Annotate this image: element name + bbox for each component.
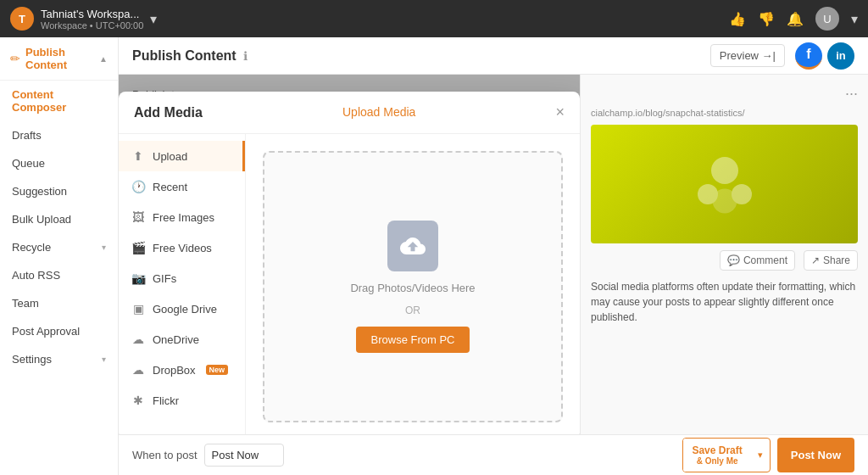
dialog-menu-recent[interactable]: 🕐 Recent [119, 171, 245, 202]
save-draft-group: Save Draft & Only Me ▾ [682, 438, 770, 472]
dialog-menu-gifs[interactable]: 📷 GIFs [119, 263, 245, 293]
dialog-menu-google-drive[interactable]: ▣ Google Drive [119, 293, 245, 324]
preview-url: cialchamp.io/blog/snapchat-statistics/ [591, 108, 858, 118]
sidebar-item-suggestion[interactable]: Suggestion [0, 177, 118, 205]
queue-label: Queue [12, 157, 45, 170]
preview-panel: ··· cialchamp.io/blog/snapchat-statistic… [580, 75, 868, 434]
preview-label: Preview →| [720, 49, 776, 62]
user-avatar[interactable]: U [815, 7, 839, 31]
free-videos-icon: 🎬 [131, 241, 146, 254]
topbar-left: T Tahniat's Workspa... Workspace • UTC+0… [10, 7, 157, 31]
dialog-body: ⬆ Upload 🕐 Recent 🖼 Free Images [119, 134, 580, 434]
content-composer-label: Content Composer [12, 88, 106, 114]
user-dropdown-icon[interactable]: ▾ [851, 11, 858, 27]
sidebar-item-content-composer[interactable]: Content Composer [0, 81, 118, 121]
dropbox-label: DropBox [153, 364, 196, 377]
post-time-select[interactable]: Post Now [204, 444, 284, 467]
page-body: Publish to Add Media Upload Media × [119, 75, 868, 434]
team-label: Team [12, 297, 39, 310]
dropbox-new-badge: New [206, 365, 229, 375]
comment-icon: 💬 [727, 254, 740, 266]
share-icon: ↗ [811, 254, 820, 266]
upload-menu-icon: ⬆ [131, 149, 146, 163]
dialog-overlay: Add Media Upload Media × ⬆ Upload [119, 75, 580, 434]
dialog-menu-upload[interactable]: ⬆ Upload [119, 141, 245, 171]
sidebar: ✏ Publish Content ▲ Content Composer Dra… [0, 37, 119, 475]
free-images-label: Free Images [153, 211, 214, 224]
upload-menu-label: Upload [153, 150, 187, 163]
save-draft-dropdown[interactable]: ▾ [751, 444, 770, 467]
info-icon[interactable]: ℹ [243, 49, 248, 63]
sidebar-header-caret: ▲ [99, 54, 108, 64]
sidebar-item-recycle[interactable]: Recycle ▾ [0, 233, 118, 261]
workspace-sub: Workspace • UTC+00:00 [41, 20, 143, 31]
dropbox-icon: ☁ [131, 363, 146, 377]
bulk-upload-label: Bulk Upload [12, 213, 71, 226]
composer: Publish to Add Media Upload Media × [119, 75, 580, 434]
dialog-menu-onedrive[interactable]: ☁ OneDrive [119, 324, 245, 355]
linkedin-icon[interactable]: in [827, 42, 854, 70]
add-media-dialog: Add Media Upload Media × ⬆ Upload [119, 92, 580, 434]
topbar-right: 👍 👎 🔔 U ▾ [729, 7, 858, 31]
when-label: When to post [132, 449, 198, 461]
auto-rss-label: Auto RSS [12, 269, 60, 282]
suggestion-label: Suggestion [12, 185, 67, 198]
workspace-dropdown-icon[interactable]: ▾ [150, 11, 157, 27]
sidebar-item-team[interactable]: Team [0, 289, 118, 317]
onedrive-icon: ☁ [131, 332, 146, 346]
gifs-label: GIFs [153, 272, 176, 285]
svg-point-3 [712, 189, 737, 214]
gifs-icon: 📷 [131, 271, 146, 285]
workspace-avatar: T [10, 7, 34, 31]
facebook-icon[interactable]: f [795, 42, 822, 70]
when-to-post: When to post Post Now [132, 444, 284, 467]
comment-label: Comment [743, 254, 787, 266]
page-header-left: Publish Content ℹ [132, 48, 248, 64]
bottom-bar: When to post Post Now Save Draft & Only … [119, 434, 868, 475]
svg-point-0 [711, 157, 738, 184]
sidebar-item-settings[interactable]: Settings ▾ [0, 345, 118, 373]
browse-from-pc-button[interactable]: Browse From PC [356, 327, 470, 353]
post-now-button[interactable]: Post Now [777, 438, 854, 472]
drag-text: Drag Photos/Videos Here [350, 282, 475, 294]
bell-icon[interactable]: 🔔 [787, 11, 804, 27]
dialog-upload-content: Drag Photos/Videos Here OR Browse From P… [246, 134, 580, 434]
thumbs-up-icon[interactable]: 👍 [729, 11, 746, 27]
dialog-menu-free-videos[interactable]: 🎬 Free Videos [119, 232, 245, 263]
recycle-caret: ▾ [102, 243, 106, 252]
publish-icon: ✏ [10, 52, 20, 65]
save-draft-button[interactable]: Save Draft & Only Me [683, 439, 750, 472]
workspace-name: Tahniat's Workspa... [41, 8, 143, 20]
recycle-label: Recycle [12, 241, 51, 254]
thumbs-down-icon[interactable]: 👎 [758, 11, 775, 27]
preview-more-icon[interactable]: ··· [845, 85, 858, 103]
recent-menu-icon: 🕐 [131, 180, 146, 193]
sidebar-header-label: Publish Content [25, 46, 94, 71]
share-button[interactable]: ↗ Share [804, 250, 858, 271]
page-header: Publish Content ℹ Preview →| f in [119, 37, 868, 75]
sidebar-item-auto-rss[interactable]: Auto RSS [0, 261, 118, 289]
dialog-menu-dropbox[interactable]: ☁ DropBox New [119, 355, 245, 385]
dialog-close-button[interactable]: × [555, 103, 565, 121]
preview-actions: 💬 Comment ↗ Share [591, 250, 858, 271]
dialog-menu-free-images[interactable]: 🖼 Free Images [119, 202, 245, 232]
comment-button[interactable]: 💬 Comment [720, 250, 795, 271]
upload-dropzone[interactable]: Drag Photos/Videos Here OR Browse From P… [263, 151, 563, 422]
sidebar-item-bulk-upload[interactable]: Bulk Upload [0, 205, 118, 233]
sidebar-item-post-approval[interactable]: Post Approval [0, 317, 118, 345]
dialog-sidebar: ⬆ Upload 🕐 Recent 🖼 Free Images [119, 134, 246, 434]
dialog-menu-flickr[interactable]: ✱ Flickr [119, 385, 245, 416]
dialog-title: Add Media [134, 105, 203, 120]
preview-thumbnail [591, 125, 858, 243]
main-layout: ✏ Publish Content ▲ Content Composer Dra… [0, 37, 868, 475]
preview-inner: ··· cialchamp.io/blog/snapchat-statistic… [581, 75, 868, 335]
bottom-buttons: Save Draft & Only Me ▾ Post Now [682, 438, 854, 472]
google-drive-label: Google Drive [153, 303, 217, 316]
dialog-upload-tab[interactable]: Upload Media [342, 105, 415, 120]
preview-button[interactable]: Preview →| [710, 44, 785, 67]
flickr-label: Flickr [153, 394, 179, 407]
sidebar-item-queue[interactable]: Queue [0, 149, 118, 177]
save-draft-label: Save Draft [692, 444, 742, 456]
sidebar-header[interactable]: ✏ Publish Content ▲ [0, 37, 118, 81]
sidebar-item-drafts[interactable]: Drafts [0, 121, 118, 149]
